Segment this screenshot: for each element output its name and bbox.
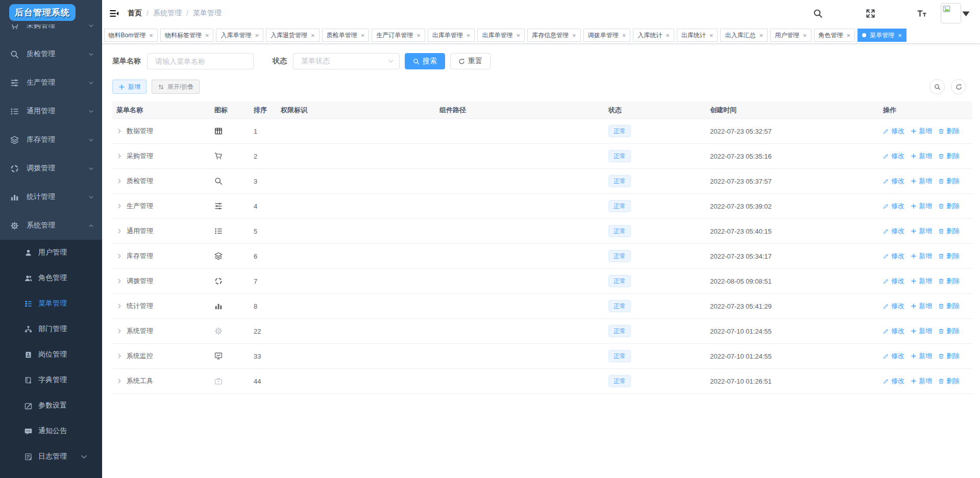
tab[interactable]: 物料Bom管理× — [104, 29, 158, 42]
add-button[interactable]: 新增 — [112, 80, 146, 94]
tab[interactable]: 调拨单管理× — [583, 29, 631, 42]
sidebar-item[interactable]: 采购管理 — [0, 24, 102, 40]
close-icon[interactable]: × — [572, 32, 576, 39]
tab[interactable]: 质检单管理× — [322, 29, 370, 42]
search-icon[interactable] — [813, 9, 823, 18]
add-link[interactable]: 新增 — [911, 177, 932, 186]
tab[interactable]: 入库统计× — [633, 29, 674, 42]
delete-link[interactable]: 删除 — [938, 127, 960, 136]
add-link[interactable]: 新增 — [911, 376, 932, 386]
delete-link[interactable]: 删除 — [938, 251, 960, 261]
sidebar-item[interactable]: 系统管理 — [0, 211, 102, 240]
delete-link[interactable]: 删除 — [938, 376, 960, 386]
tab[interactable]: 生产订单管理× — [372, 29, 425, 42]
breadcrumb-item[interactable]: 系统管理 — [153, 9, 182, 18]
tab[interactable]: 菜单管理× — [857, 29, 906, 42]
tab[interactable]: 入库退货管理× — [266, 29, 320, 42]
sidebar-menu-scroll[interactable]: 采购管理质检管理生产管理通用管理库存管理调拨管理统计管理系统管理用户管理角色管理… — [0, 24, 102, 478]
expand-row-icon[interactable] — [116, 378, 122, 384]
add-link[interactable]: 新增 — [911, 301, 932, 311]
delete-link[interactable]: 删除 — [938, 326, 960, 336]
delete-link[interactable]: 删除 — [938, 351, 960, 361]
toggle-search-button[interactable] — [929, 79, 945, 94]
edit-link[interactable]: 修改 — [883, 351, 904, 361]
delete-link[interactable]: 删除 — [938, 227, 960, 236]
add-link[interactable]: 新增 — [911, 202, 932, 211]
sidebar-item[interactable]: 质检管理 — [0, 40, 102, 68]
add-link[interactable]: 新增 — [911, 251, 932, 261]
close-icon[interactable]: × — [255, 32, 259, 39]
tab[interactable]: 库存信息管理× — [527, 29, 581, 42]
tab[interactable]: 出入库汇总× — [720, 29, 768, 42]
edit-link[interactable]: 修改 — [883, 301, 904, 311]
expand-row-icon[interactable] — [116, 353, 122, 359]
sidebar-subitem[interactable]: 日志管理 — [0, 444, 102, 469]
delete-link[interactable]: 删除 — [938, 301, 960, 311]
tab[interactable]: 用户管理× — [770, 29, 812, 42]
expand-row-icon[interactable] — [116, 228, 122, 234]
close-icon[interactable]: × — [361, 32, 365, 39]
sidebar-subitem[interactable]: 用户管理 — [0, 240, 102, 265]
tab[interactable]: 物料标签管理× — [160, 29, 214, 42]
sidebar-subitem[interactable]: 角色管理 — [0, 265, 102, 291]
close-icon[interactable]: × — [205, 32, 209, 39]
tab[interactable]: 出库单管理× — [477, 29, 525, 42]
sidebar-item[interactable]: 调拨管理 — [0, 154, 102, 183]
caret-down-icon[interactable] — [961, 9, 971, 18]
close-icon[interactable]: × — [516, 32, 520, 39]
search-button[interactable]: 搜索 — [405, 53, 445, 69]
edit-link[interactable]: 修改 — [883, 227, 904, 236]
breadcrumb-item[interactable]: 首页 — [128, 9, 142, 18]
close-icon[interactable]: × — [898, 32, 902, 39]
edit-link[interactable]: 修改 — [883, 127, 904, 136]
sidebar-item[interactable]: 统计管理 — [0, 183, 102, 211]
expand-row-icon[interactable] — [116, 153, 122, 159]
delete-link[interactable]: 删除 — [938, 202, 960, 211]
add-link[interactable]: 新增 — [911, 276, 932, 286]
close-icon[interactable]: × — [467, 32, 471, 39]
sidebar-subitem[interactable]: 参数设置 — [0, 393, 102, 418]
expand-row-icon[interactable] — [116, 328, 122, 334]
sidebar-subitem[interactable]: 岗位管理 — [0, 342, 102, 367]
sidebar-item[interactable]: 通用管理 — [0, 97, 102, 125]
edit-link[interactable]: 修改 — [883, 326, 904, 336]
add-link[interactable]: 新增 — [911, 227, 932, 236]
expand-row-icon[interactable] — [116, 128, 122, 134]
add-link[interactable]: 新增 — [911, 326, 932, 336]
close-icon[interactable]: × — [759, 32, 763, 39]
edit-link[interactable]: 修改 — [883, 276, 904, 286]
expand-collapse-button[interactable]: 展开/折叠 — [152, 80, 200, 94]
close-icon[interactable]: × — [803, 32, 807, 39]
close-icon[interactable]: × — [666, 32, 670, 39]
edit-link[interactable]: 修改 — [883, 251, 904, 261]
expand-row-icon[interactable] — [116, 278, 122, 284]
close-icon[interactable]: × — [149, 32, 153, 39]
refresh-table-button[interactable] — [951, 79, 966, 94]
sidebar-subitem[interactable]: 部门管理 — [0, 316, 102, 342]
expand-row-icon[interactable] — [116, 178, 122, 184]
close-icon[interactable]: × — [311, 32, 315, 39]
tab[interactable]: 角色管理× — [814, 29, 855, 42]
sidebar-item[interactable]: 生产管理 — [0, 68, 102, 97]
font-size-icon[interactable] — [916, 9, 927, 18]
fullscreen-icon[interactable] — [866, 9, 875, 18]
edit-link[interactable]: 修改 — [883, 376, 904, 386]
hamburger-icon[interactable] — [109, 9, 119, 18]
tab[interactable]: 入库单管理× — [216, 29, 263, 42]
menu-name-input[interactable] — [147, 53, 254, 69]
expand-row-icon[interactable] — [116, 303, 122, 309]
edit-link[interactable]: 修改 — [883, 202, 904, 211]
expand-row-icon[interactable] — [116, 203, 122, 209]
close-icon[interactable]: × — [709, 32, 714, 39]
tab[interactable]: 出库单管理× — [428, 29, 475, 42]
sidebar-subitem[interactable]: 字典管理 — [0, 367, 102, 393]
close-icon[interactable]: × — [622, 32, 626, 39]
delete-link[interactable]: 删除 — [938, 177, 960, 186]
app-logo[interactable]: 后台管理系统 — [9, 4, 76, 21]
sidebar-item[interactable]: 库存管理 — [0, 125, 102, 154]
avatar[interactable] — [941, 3, 961, 23]
delete-link[interactable]: 删除 — [938, 276, 960, 286]
delete-link[interactable]: 删除 — [938, 152, 960, 161]
status-select[interactable]: 菜单状态 — [293, 53, 400, 69]
edit-link[interactable]: 修改 — [883, 152, 904, 161]
